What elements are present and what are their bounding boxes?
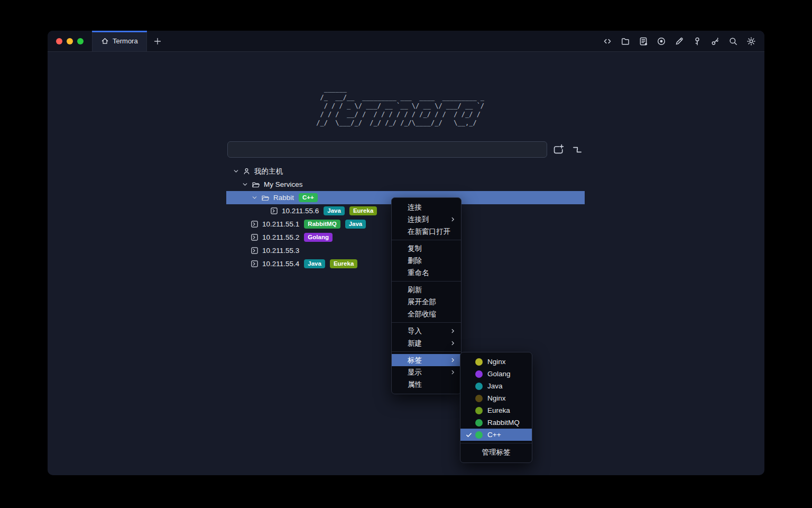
tag-color-dot — [475, 383, 483, 390]
tree-node-label: 10.211.55.4 — [262, 260, 299, 268]
tag-option-eureka[interactable]: Eureka — [460, 404, 532, 416]
tag-badge: Java — [345, 220, 366, 229]
toolbar — [601, 31, 764, 51]
tree-node-label: 10.211.55.2 — [262, 233, 299, 241]
menu-separator — [460, 443, 532, 443]
menu-separator — [392, 240, 461, 240]
tag-color-dot — [475, 419, 483, 427]
tag-option-nginx-2[interactable]: Nginx — [460, 392, 532, 404]
tag-color-dot — [475, 370, 483, 378]
tree-node-label: My Services — [264, 180, 303, 188]
search-icon[interactable] — [726, 34, 740, 48]
tree-node-label: 10.211.55.3 — [262, 247, 299, 255]
terminal-icon — [251, 233, 259, 241]
chevron-down-icon[interactable] — [242, 181, 248, 188]
tag-option-cpp[interactable]: C++ — [460, 429, 532, 441]
folder-icon[interactable] — [619, 34, 632, 48]
tab-termora[interactable]: Termora — [92, 31, 147, 51]
tab-title: Termora — [113, 37, 138, 45]
new-tab-button[interactable] — [147, 31, 168, 51]
code-icon[interactable] — [601, 34, 614, 48]
log-icon[interactable] — [636, 34, 650, 48]
tag-option-golang[interactable]: Golang — [460, 368, 532, 380]
menu-separator — [392, 322, 461, 323]
window-controls — [48, 31, 92, 51]
tag-badge: RabbitMQ — [304, 220, 340, 229]
terminal-icon — [270, 207, 278, 215]
edit-icon[interactable] — [672, 34, 686, 48]
menu-item-delete[interactable]: 删除 — [392, 255, 461, 267]
tag-badge: Golang — [304, 233, 333, 242]
tab-bar: Termora — [48, 31, 764, 52]
chevron-right-icon — [450, 216, 456, 222]
add-host-button[interactable] — [552, 143, 565, 156]
tree-row-my-hosts[interactable]: 我的主机 — [226, 165, 585, 178]
check-icon — [466, 432, 475, 438]
close-window-button[interactable] — [56, 38, 62, 44]
tag-option-nginx[interactable]: Nginx — [460, 356, 532, 368]
tag-option-rabbitmq[interactable]: RabbitMQ — [460, 416, 532, 429]
home-icon — [101, 37, 109, 45]
tag-color-dot — [475, 358, 483, 366]
app-window: Termora — [48, 31, 764, 475]
chevron-down-icon[interactable] — [251, 194, 258, 201]
tag-badge: Eureka — [349, 206, 377, 215]
menu-item-display[interactable]: 显示 — [392, 366, 461, 378]
menu-separator — [392, 281, 461, 282]
tag-color-dot — [475, 407, 483, 414]
chevron-right-icon — [450, 369, 456, 375]
key-icon[interactable] — [690, 34, 704, 48]
tag-color-dot — [475, 395, 483, 402]
terminal-icon — [251, 247, 259, 255]
settings-icon[interactable] — [744, 34, 758, 48]
collapse-all-icon[interactable] — [571, 143, 584, 156]
tree-node-label: 10.211.55.1 — [262, 220, 299, 228]
menu-separator — [392, 351, 461, 352]
tag-color-dot — [475, 431, 483, 439]
menu-item-open-in-new-window[interactable]: 在新窗口打开 — [392, 225, 461, 238]
chevron-right-icon — [450, 340, 456, 346]
menu-item-refresh[interactable]: 刷新 — [392, 284, 461, 296]
tree-row-my-services[interactable]: My Services — [226, 178, 585, 191]
menu-item-collapse-all[interactable]: 全部收缩 — [392, 308, 461, 320]
menu-item-new[interactable]: 新建 — [392, 337, 461, 349]
record-icon[interactable] — [654, 34, 668, 48]
menu-item-tags[interactable]: 标签 — [392, 354, 461, 366]
manage-tags-button[interactable]: 管理标签 — [460, 446, 532, 459]
user-icon — [243, 167, 251, 175]
minimize-window-button[interactable] — [67, 38, 73, 44]
menu-item-expand-all[interactable]: 展开全部 — [392, 296, 461, 308]
context-menu: 连接 连接到 在新窗口打开 复制 删除 重命名 刷新 展开全部 全部收缩 导入 … — [391, 197, 462, 394]
folder-open-icon — [252, 180, 260, 189]
ascii-logo: ______ /_ __/__ _________ ___ ____ _____… — [48, 85, 764, 127]
folder-open-icon — [261, 194, 270, 202]
tag-badge: Java — [304, 259, 325, 268]
chevron-right-icon — [450, 357, 456, 363]
menu-item-rename[interactable]: 重命名 — [392, 267, 461, 279]
tag-badge: Eureka — [330, 259, 357, 268]
menu-item-copy[interactable]: 复制 — [392, 242, 461, 255]
chevron-right-icon — [450, 328, 456, 334]
menu-item-properties[interactable]: 属性 — [392, 378, 461, 391]
menu-item-import[interactable]: 导入 — [392, 325, 461, 337]
menu-item-connect[interactable]: 连接 — [392, 201, 461, 213]
tree-node-label: 10.211.55.6 — [282, 207, 319, 215]
terminal-icon — [251, 220, 259, 228]
tag-badge: C++ — [299, 193, 318, 202]
menu-item-connect-to[interactable]: 连接到 — [392, 213, 461, 225]
terminal-icon — [251, 260, 259, 268]
tree-node-label: 我的主机 — [254, 167, 283, 176]
tag-submenu: Nginx Golang Java Nginx Eureka RabbitMQ … — [460, 352, 532, 463]
tag-option-java[interactable]: Java — [460, 380, 532, 392]
tree-node-label: Rabbit — [273, 194, 294, 202]
search-input[interactable] — [227, 141, 547, 158]
keychain-icon[interactable] — [708, 34, 722, 48]
tag-badge: Java — [324, 206, 345, 215]
chevron-down-icon[interactable] — [233, 168, 239, 175]
zoom-window-button[interactable] — [77, 38, 84, 44]
